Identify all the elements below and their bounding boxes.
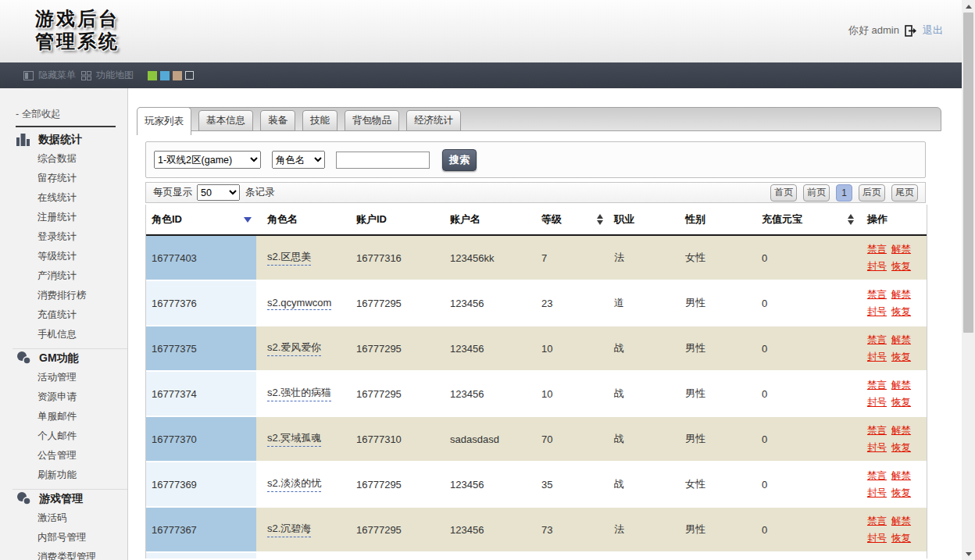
column-header[interactable]: 充值元宝 [755, 205, 859, 234]
sidebar-item[interactable]: 资源申请 [0, 387, 127, 407]
action-link-3[interactable]: 封号 [867, 441, 887, 455]
cell-job: 法 [608, 508, 679, 553]
pagination-current[interactable]: 1 [836, 184, 852, 202]
sidebar-item[interactable]: 登录统计 [0, 227, 127, 247]
action-link-2[interactable]: 解禁 [891, 243, 911, 256]
action-link-2[interactable]: 解禁 [891, 515, 911, 528]
column-label: 等级 [541, 212, 562, 226]
action-link-1[interactable]: 禁言 [867, 515, 887, 528]
role-name-link[interactable]: s2.区思美 [267, 250, 311, 266]
vertical-scrollbar[interactable] [962, 0, 975, 560]
search-button[interactable]: 搜索 [442, 149, 477, 171]
logout-icon[interactable] [905, 25, 917, 37]
action-link-4[interactable]: 恢复 [891, 441, 911, 455]
action-link-4[interactable]: 恢复 [891, 305, 911, 319]
action-link-2[interactable]: 解禁 [891, 469, 911, 483]
sort-icon[interactable] [848, 214, 854, 225]
action-link-2[interactable]: 解禁 [891, 379, 911, 392]
sidebar-item[interactable]: 充值统计 [0, 305, 127, 325]
sidebar-item[interactable]: 等级统计 [0, 247, 127, 266]
sidebar-item[interactable]: 注册统计 [0, 208, 127, 227]
sidebar-section-header[interactable]: 数据统计 [16, 130, 127, 149]
theme-tan-swatch[interactable] [173, 71, 182, 80]
action-link-2[interactable]: 解禁 [891, 424, 911, 437]
sidebar-item[interactable]: 活动管理 [0, 368, 127, 387]
pagination-next[interactable]: 后页 [859, 184, 885, 202]
function-map-button[interactable]: 功能地图 [81, 69, 134, 82]
action-link-4[interactable]: 恢复 [891, 351, 911, 364]
sidebar-item[interactable]: 产消统计 [0, 266, 127, 286]
action-link-4[interactable]: 恢复 [891, 260, 911, 273]
sidebar-section-header[interactable]: GM功能 [16, 348, 127, 368]
action-link-1[interactable]: 禁言 [867, 334, 887, 347]
sidebar-section-header[interactable]: 游戏管理 [16, 489, 127, 508]
theme-current-swatch[interactable] [185, 71, 194, 80]
role-name-link[interactable]: s2.冥域孤魂 [267, 431, 321, 447]
role-name-link[interactable]: s2.强壮的病猫 [267, 386, 331, 401]
sort-icon[interactable] [597, 214, 603, 225]
scrollbar-thumb[interactable] [963, 12, 973, 333]
sidebar-item[interactable]: 内部号管理 [0, 528, 127, 548]
role-name-link[interactable]: s2.淡淡的忧 [267, 476, 321, 492]
tab-strip: 玩家列表基本信息装备技能背包物品经济统计 [137, 107, 941, 131]
action-link-3[interactable]: 封号 [867, 532, 887, 545]
sidebar-item[interactable]: 在线统计 [0, 188, 127, 208]
sidebar-item[interactable]: 单服邮件 [0, 407, 127, 426]
collapse-all-button[interactable]: - 全部收起 [16, 108, 127, 119]
action-link-1[interactable]: 禁言 [867, 379, 887, 392]
role-name-link[interactable]: s2.爱风爱你 [267, 341, 321, 356]
action-link-1[interactable]: 禁言 [867, 243, 887, 256]
tab-5[interactable]: 背包物品 [345, 110, 399, 131]
column-header[interactable]: 等级 [535, 205, 608, 234]
theme-blue-swatch[interactable] [160, 71, 170, 80]
column-header[interactable]: 角色ID [146, 205, 256, 234]
sidebar-item[interactable]: 激活码 [0, 508, 127, 528]
server-select[interactable]: 1-双线2区(game) [154, 151, 261, 169]
tab-1[interactable]: 玩家列表 [137, 107, 191, 135]
tab-3[interactable]: 装备 [260, 110, 295, 131]
sidebar-item[interactable]: 留存统计 [0, 169, 127, 188]
per-page-select[interactable]: 50 [197, 184, 240, 201]
action-link-3[interactable]: 封号 [867, 260, 887, 273]
role-name-link[interactable]: s2.qcymwcom [267, 297, 331, 310]
theme-green-swatch[interactable] [148, 71, 157, 80]
action-link-2[interactable]: 解禁 [891, 334, 911, 347]
search-input[interactable] [336, 152, 430, 169]
sidebar-item[interactable]: 公告管理 [0, 446, 127, 465]
sidebar-item[interactable]: 手机信息 [0, 325, 127, 344]
action-link-2[interactable]: 解禁 [891, 288, 911, 301]
action-link-1[interactable]: 禁言 [867, 288, 887, 301]
sidebar-item[interactable]: 刷新功能 [0, 465, 127, 485]
action-link-3[interactable]: 封号 [867, 487, 887, 500]
hide-menu-button[interactable]: 隐藏菜单 [23, 69, 76, 82]
column-header: 操作 [859, 205, 927, 234]
action-link-4[interactable]: 恢复 [891, 532, 911, 545]
cell-gender: 男性 [679, 326, 755, 372]
sidebar-item[interactable]: 个人邮件 [0, 426, 127, 446]
action-link-3[interactable]: 封号 [867, 396, 887, 409]
sidebar-section: GM功能活动管理资源申请单服邮件个人邮件公告管理刷新功能 [0, 348, 127, 487]
sort-desc-icon[interactable] [244, 217, 252, 223]
scrollbar-down-arrow[interactable] [962, 548, 975, 560]
column-label: 充值元宝 [762, 212, 802, 226]
tab-2[interactable]: 基本信息 [198, 110, 253, 131]
action-link-3[interactable]: 封号 [867, 305, 887, 319]
action-link-3[interactable]: 封号 [867, 351, 887, 364]
sidebar-item[interactable]: 消费类型管理 [0, 548, 127, 560]
cell-role_id: 16777375 [146, 326, 256, 372]
pagination-last[interactable]: 尾页 [891, 184, 918, 202]
sidebar-item[interactable]: 综合数据 [0, 149, 127, 169]
logout-link[interactable]: 退出 [923, 23, 943, 37]
sidebar-item[interactable]: 消费排行榜 [0, 286, 127, 305]
action-link-4[interactable]: 恢复 [891, 396, 911, 409]
action-link-1[interactable]: 禁言 [867, 424, 887, 437]
pagination-first[interactable]: 首页 [770, 184, 797, 202]
tab-6[interactable]: 经济统计 [406, 110, 461, 131]
action-link-4[interactable]: 恢复 [891, 487, 911, 500]
pagination-prev[interactable]: 前页 [803, 184, 830, 202]
action-link-1[interactable]: 禁言 [867, 469, 887, 483]
search-field-select[interactable]: 角色名 [272, 151, 325, 169]
tab-4[interactable]: 技能 [302, 110, 338, 131]
scrollbar-up-arrow[interactable] [962, 0, 975, 12]
role-name-link[interactable]: s2.沉碧海 [267, 522, 311, 537]
